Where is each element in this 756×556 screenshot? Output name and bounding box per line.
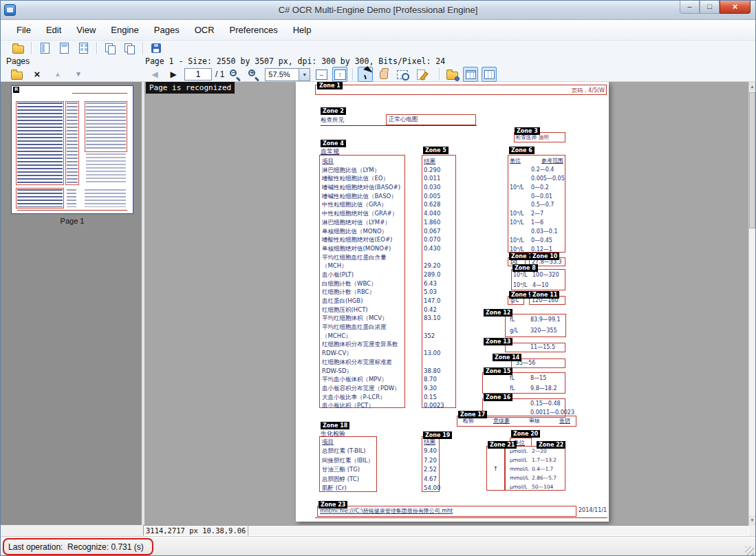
view-text-button[interactable]: [463, 67, 478, 82]
zone-rect[interactable]: 结果9.407.202.524.6754.00: [422, 436, 440, 492]
page-thumbnail[interactable]: R: [11, 85, 133, 214]
scroll-down-arrow[interactable]: ▼: [749, 515, 755, 525]
zone-rect[interactable]: 项目总胆红素 (T-BIL)间接胆红素（IBIL）甘油三酯 (TG)总胆固醇 (…: [319, 436, 377, 492]
move-page-up-button[interactable]: ▲: [50, 67, 65, 82]
doc-text: 审核: [529, 416, 540, 426]
toolbar-separator: [439, 68, 440, 81]
zone-rect[interactable]: 结果0.2900.0110.0300.0050.6284.0401.8600.0…: [422, 155, 456, 408]
zone-rect[interactable]: mhtml:file:///C:\慈铭健康管理集团股份有限公司.mht: [317, 506, 576, 517]
menu-item[interactable]: Pages: [147, 21, 187, 39]
zone-label: Zone 23: [318, 501, 347, 509]
zone-rect[interactable]: μmol/L2—20μmol/L1.7—13.2mmol/L0.4—1.7mmo…: [505, 446, 565, 491]
document-page[interactable]: Zone 1 页码，4/5(W Zone 2 检查所见 正常心电图 Zone 3…: [296, 82, 609, 522]
document-viewer[interactable]: Page is recognized Zone 1 页码，4/5(W Zone …: [144, 82, 755, 525]
doc-text: 意缐豪: [493, 416, 510, 426]
doc-text-line: 大血小板比率（P-LCR）: [322, 393, 404, 402]
doc-text-line: [487, 456, 504, 464]
page-number-text: 页码，4/5(W: [572, 87, 605, 94]
menu-item[interactable]: Edit: [39, 21, 69, 39]
view-layout-button[interactable]: [482, 67, 497, 82]
view-thumbnails-button[interactable]: [76, 41, 91, 56]
doc-text-line: 8.70: [424, 375, 455, 384]
toolbar-separator: [31, 42, 32, 54]
zoom-region-button[interactable]: [395, 67, 410, 82]
doc-text-line: 0.628: [424, 200, 455, 209]
doc-text-line: 总胆红素 (T-BIL): [322, 447, 376, 456]
menu-item[interactable]: Engine: [103, 21, 146, 39]
pan-tool-button[interactable]: [376, 67, 391, 82]
export-button[interactable]: [444, 67, 460, 82]
view-facing-button[interactable]: [56, 41, 72, 56]
menu-item[interactable]: View: [69, 21, 103, 39]
chevron-down-icon[interactable]: ▾: [299, 68, 310, 81]
vertical-scrollbar[interactable]: ▲ ▼: [748, 82, 755, 525]
paste-button[interactable]: [122, 41, 137, 56]
maximize-button[interactable]: □: [700, 1, 720, 14]
hand-icon: [380, 70, 388, 79]
doc-text-line: 0.430: [424, 244, 455, 253]
zone-rect[interactable]: fL8—15fL9.8—18.2: [482, 372, 565, 394]
doc-text-line: 0.15: [424, 393, 455, 402]
doc-text-line: 平均红细胞血红蛋白含量: [322, 253, 404, 262]
menu-item[interactable]: Help: [285, 21, 319, 39]
doc-text-line: 淋巴细胞绝对值（LYM#）: [322, 218, 404, 227]
menu-item[interactable]: File: [9, 21, 39, 39]
doc-text-line: 项目: [322, 157, 404, 166]
zone-rect[interactable]: 页码，4/5(W: [315, 85, 607, 95]
doc-text-line: 血小板(PLT): [322, 270, 404, 279]
zone-label: Zone 12: [484, 309, 512, 317]
unit-range-rows: 0.2—0.40.005—0.0510⁹/L0—0.20—0.010.5—0.7…: [508, 166, 565, 255]
move-page-down-button[interactable]: ▼: [71, 67, 86, 82]
view-single-button[interactable]: [37, 41, 52, 56]
zone-rect[interactable]: 0.15—0.480.0011—0.0023: [482, 398, 565, 418]
doc-text-line: 间接胆红素（IBIL）: [322, 456, 376, 465]
doc-text-line: 嗜酸性粒细胞比值（EO）: [322, 174, 404, 183]
scroll-up-arrow[interactable]: ▲: [749, 82, 755, 92]
zone-rect[interactable]: ↑: [486, 446, 505, 491]
columns-view-icon: [484, 70, 495, 79]
title-bar[interactable]: C# OCR Multi-Engine Demo [Professional E…: [1, 1, 755, 20]
zone-rect[interactable]: 单位 参考范围 0.2—0.40.005—0.0510⁹/L0—0.20—0.0…: [508, 155, 565, 253]
next-page-button[interactable]: ▶: [166, 67, 181, 82]
copy-icon: [105, 43, 116, 54]
zoom-out-button[interactable]: −: [228, 67, 243, 82]
zone-rect[interactable]: 项目淋巴细胞比值（LYM）嗜酸性粒细胞比值（EO）嗜碱性粒细胞绝对值(BASO#…: [319, 155, 405, 408]
horizontal-scrollbar-track[interactable]: [248, 525, 749, 536]
page-number-input[interactable]: [184, 68, 212, 81]
fit-page-button[interactable]: ↕: [332, 67, 347, 82]
doc-text-line: 血小板比积（PCT）: [322, 401, 404, 410]
close-button[interactable]: ×: [720, 1, 750, 14]
toolbar-separator: [142, 42, 143, 54]
minimize-button[interactable]: –: [680, 1, 700, 14]
menu-item[interactable]: Preferences: [222, 21, 285, 39]
add-page-button[interactable]: [9, 67, 24, 82]
zone-rect[interactable]: 10⁹/L100—32010⁹/L4—10: [511, 269, 565, 290]
doc-text-line: 平均血小板体积（MPV）: [322, 375, 404, 384]
doc-text-row: 10⁹/L4—10: [512, 280, 565, 290]
zone-label: Zone 4: [321, 140, 346, 147]
pages-panel-label: Pages: [6, 56, 30, 66]
zone-rect[interactable]: 11—15.5: [505, 343, 565, 352]
zone-rect[interactable]: 正常心电图: [386, 114, 476, 125]
doc-text-line: RDW-CV）: [322, 349, 404, 358]
open-button[interactable]: [10, 41, 25, 56]
zoom-in-button[interactable]: +: [246, 67, 261, 82]
flag-column: ↑: [487, 447, 504, 491]
select-tool-button[interactable]: [358, 67, 373, 82]
zone-label: Zone 20: [511, 430, 540, 438]
delete-page-button[interactable]: ×: [30, 67, 45, 82]
fit-width-button[interactable]: ↔: [314, 67, 329, 82]
prev-page-button[interactable]: ◀: [147, 67, 162, 82]
menu-item[interactable]: OCR: [187, 21, 222, 39]
edit-zones-button[interactable]: [413, 67, 429, 82]
doc-red-line: [315, 517, 607, 518]
scrollbar-thumb[interactable]: [749, 92, 755, 228]
doc-text-line: 白细胞计数（WBC）: [322, 279, 404, 288]
content-area: R Page 1 Page is recognized: [1, 82, 755, 525]
zoom-select[interactable]: 57.5% ▾: [265, 68, 310, 81]
zone-rect[interactable]: fL83.9—99.1g/L320—355: [505, 314, 566, 337]
cursor-coordinates: 3114,2717 px 10.38,9.06 in: [143, 525, 248, 536]
copy-button[interactable]: [102, 41, 118, 56]
resize-grip[interactable]: [745, 546, 754, 555]
save-button[interactable]: [149, 41, 164, 56]
